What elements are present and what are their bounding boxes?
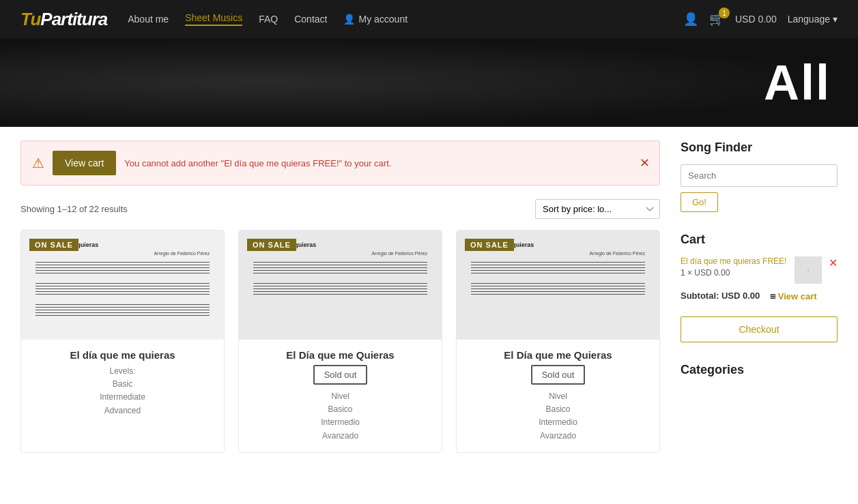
remove-item-icon[interactable]: ✕ bbox=[829, 256, 838, 269]
alert-message: You cannot add another "El día que me qu… bbox=[124, 158, 648, 168]
product-title: El día que me quieras bbox=[32, 349, 213, 361]
header-right: 👤 🛒 1 USD 0.00 Language ▾ bbox=[683, 12, 838, 27]
warning-icon: ⚠ bbox=[32, 155, 44, 171]
product-card[interactable]: ON SALE El día que me quieras Arreglo de… bbox=[238, 230, 442, 453]
cart-badge: 1 bbox=[719, 8, 730, 18]
header: TuPartitura About me Sheet Musics FAQ Co… bbox=[0, 0, 858, 38]
sheet-arranger: Arreglo de Federico Pérez bbox=[253, 251, 427, 256]
main-layout: ⚠ View cart You cannot add another "El d… bbox=[0, 127, 858, 466]
results-count: Showing 1–12 of 22 results bbox=[20, 204, 128, 214]
song-finder-section: Song Finder Go! bbox=[681, 140, 838, 212]
logo-partitura: Partitura bbox=[40, 9, 107, 29]
product-image-wrap: ON SALE El día que me quieras Arreglo de… bbox=[457, 231, 659, 340]
go-button[interactable]: Go! bbox=[681, 192, 718, 212]
on-sale-badge: ON SALE bbox=[465, 239, 514, 251]
hero-banner: All bbox=[0, 38, 858, 127]
sheet-music: El día que me quieras Arreglo de Federic… bbox=[249, 237, 431, 333]
on-sale-badge: ON SALE bbox=[29, 239, 78, 251]
product-title: El Día que me Quieras bbox=[468, 349, 648, 361]
checkout-button[interactable]: Checkout bbox=[681, 316, 838, 342]
cart-item: El día que me quieras FREE! 1 × USD 0.00… bbox=[681, 256, 838, 284]
chevron-down-icon: ▾ bbox=[833, 14, 838, 25]
hero-title: All bbox=[764, 55, 831, 110]
cart-item-info: El día que me quieras FREE! 1 × USD 0.00 bbox=[681, 256, 788, 278]
logo-tu: Tu bbox=[20, 9, 40, 29]
sold-out-button[interactable]: Sold out bbox=[531, 365, 586, 385]
product-image-wrap: ON SALE El día que me quieras Arreglo de… bbox=[21, 231, 224, 340]
categories-section: Categories bbox=[681, 363, 838, 377]
song-finder-title: Song Finder bbox=[681, 140, 838, 155]
product-info: El día que me quieras Levels: Basic Inte… bbox=[21, 340, 224, 427]
sheet-arranger: Arreglo de Federico Pérez bbox=[35, 251, 210, 256]
product-levels: Levels: Basic Intermediate Advanced bbox=[32, 365, 213, 417]
main-nav: About me Sheet Musics FAQ Contact 👤 My a… bbox=[128, 12, 663, 26]
product-title: El Día que me Quieras bbox=[250, 349, 431, 361]
currency-display: USD 0.00 bbox=[735, 14, 777, 25]
logo[interactable]: TuPartitura bbox=[20, 9, 107, 30]
product-image-wrap: ON SALE El día que me quieras Arreglo de… bbox=[239, 231, 442, 340]
language-button[interactable]: Language ▾ bbox=[788, 14, 838, 25]
close-icon[interactable]: ✕ bbox=[640, 155, 650, 171]
product-card[interactable]: ON SALE El día que me quieras Arreglo de… bbox=[20, 230, 225, 453]
product-info: El Día que me Quieras Sold out Nivel Bas… bbox=[239, 340, 442, 452]
nav-my-account[interactable]: 👤 My account bbox=[343, 14, 407, 25]
product-levels: Nivel Basico Intermedio Avanzado bbox=[468, 390, 648, 443]
nav-sheet-musics[interactable]: Sheet Musics bbox=[185, 12, 242, 26]
nav-faq[interactable]: FAQ bbox=[259, 14, 278, 25]
search-input[interactable] bbox=[681, 164, 838, 187]
sheet-arranger: Arreglo de Federico Pérez bbox=[471, 251, 645, 256]
cart-item-qty: 1 × USD 0.00 bbox=[681, 268, 788, 278]
view-cart-link[interactable]: View cart bbox=[778, 291, 817, 301]
product-grid: ON SALE El día que me quieras Arreglo de… bbox=[20, 230, 660, 453]
user-icon: 👤 bbox=[343, 14, 355, 25]
product-card[interactable]: ON SALE El día que me quieras Arreglo de… bbox=[456, 230, 660, 453]
sheet-music: El día que me quieras Arreglo de Federic… bbox=[31, 237, 214, 333]
sidebar: Song Finder Go! Cart El día que me quier… bbox=[660, 140, 838, 453]
product-info: El Día que me Quieras Sold out Nivel Bas… bbox=[457, 340, 659, 452]
on-sale-badge: ON SALE bbox=[247, 239, 296, 251]
alert-banner: ⚠ View cart You cannot add another "El d… bbox=[20, 140, 660, 186]
product-levels: Nivel Basico Intermedio Avanzado bbox=[250, 390, 431, 443]
view-cart-button[interactable]: View cart bbox=[53, 151, 116, 175]
cart-item-name[interactable]: El día que me quieras FREE! bbox=[681, 256, 788, 266]
cart-item-thumbnail: ♪ bbox=[795, 256, 822, 284]
sold-out-button[interactable]: Sold out bbox=[313, 365, 368, 385]
categories-title: Categories bbox=[681, 363, 838, 377]
cart-section: Cart El día que me quieras FREE! 1 × USD… bbox=[681, 233, 838, 342]
toolbar: Showing 1–12 of 22 results Sort by price… bbox=[20, 199, 660, 219]
cart-subtotal: Subtotal: USD 0.00 ⊞ View cart bbox=[681, 291, 838, 301]
grid-icon: ⊞ bbox=[770, 293, 775, 300]
nav-contact[interactable]: Contact bbox=[294, 14, 327, 25]
nav-about-me[interactable]: About me bbox=[128, 14, 169, 25]
cart-title: Cart bbox=[681, 233, 838, 247]
sort-select[interactable]: Sort by price: lo... Sort by price: low … bbox=[535, 199, 660, 219]
cart-wrapper[interactable]: 🛒 1 bbox=[709, 12, 724, 27]
content-area: ⚠ View cart You cannot add another "El d… bbox=[20, 140, 660, 453]
account-icon[interactable]: 👤 bbox=[683, 12, 698, 27]
sheet-music: El día que me quieras Arreglo de Federic… bbox=[467, 237, 649, 333]
